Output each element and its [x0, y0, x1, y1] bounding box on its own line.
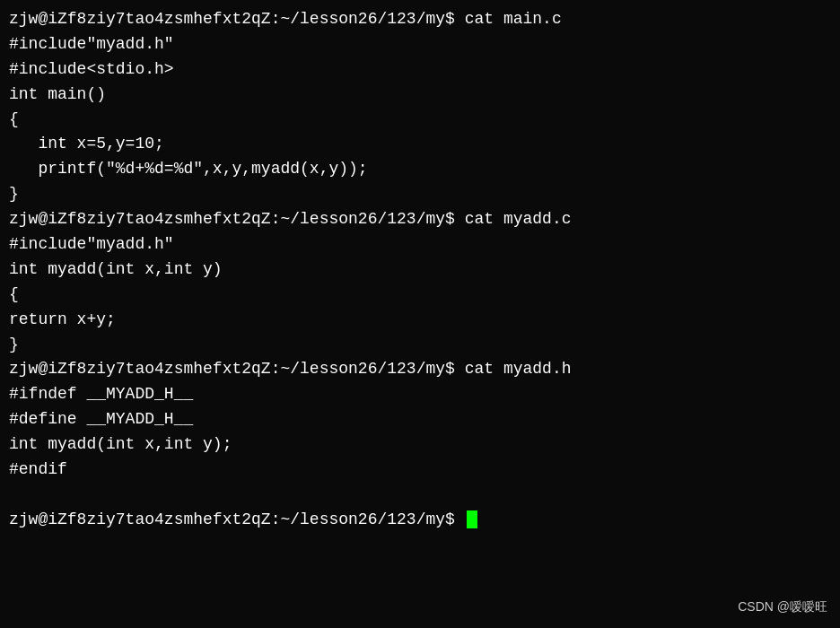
terminal-line: int myadd(int x,int y) — [9, 257, 831, 283]
terminal-line: } — [9, 182, 831, 207]
terminal-line: int main() — [9, 83, 831, 108]
terminal-cursor — [467, 510, 477, 528]
terminal-line: { — [9, 283, 831, 308]
terminal-line: #ifndef __MYADD_H__ — [9, 382, 831, 407]
terminal-line: return x+y; — [9, 308, 831, 333]
terminal-line: #include"myadd.h" — [9, 32, 831, 57]
terminal-line: zjw@iZf8ziy7tao4zsmhefxt2qZ:~/lesson26/1… — [9, 207, 831, 232]
terminal-line: #define __MYADD_H__ — [9, 407, 831, 432]
terminal-line: zjw@iZf8ziy7tao4zsmhefxt2qZ:~/lesson26/1… — [9, 508, 831, 533]
terminal-line: #include<stdio.h> — [9, 57, 831, 83]
terminal-window: zjw@iZf8ziy7tao4zsmhefxt2qZ:~/lesson26/1… — [0, 0, 840, 628]
terminal-line: int x=5,y=10; — [9, 132, 831, 157]
terminal-line: #include"myadd.h" — [9, 232, 831, 257]
terminal-line: zjw@iZf8ziy7tao4zsmhefxt2qZ:~/lesson26/1… — [9, 357, 831, 382]
blank-line — [9, 483, 831, 508]
terminal-line: #endif — [9, 458, 831, 483]
terminal-content: zjw@iZf8ziy7tao4zsmhefxt2qZ:~/lesson26/1… — [9, 7, 831, 533]
terminal-line: { — [9, 108, 831, 133]
terminal-line: zjw@iZf8ziy7tao4zsmhefxt2qZ:~/lesson26/1… — [9, 7, 831, 32]
terminal-line: } — [9, 333, 831, 358]
watermark: CSDN @嗳嗳旺 — [738, 599, 827, 615]
terminal-line: printf("%d+%d=%d",x,y,myadd(x,y)); — [9, 157, 831, 182]
terminal-line: int myadd(int x,int y); — [9, 432, 831, 458]
